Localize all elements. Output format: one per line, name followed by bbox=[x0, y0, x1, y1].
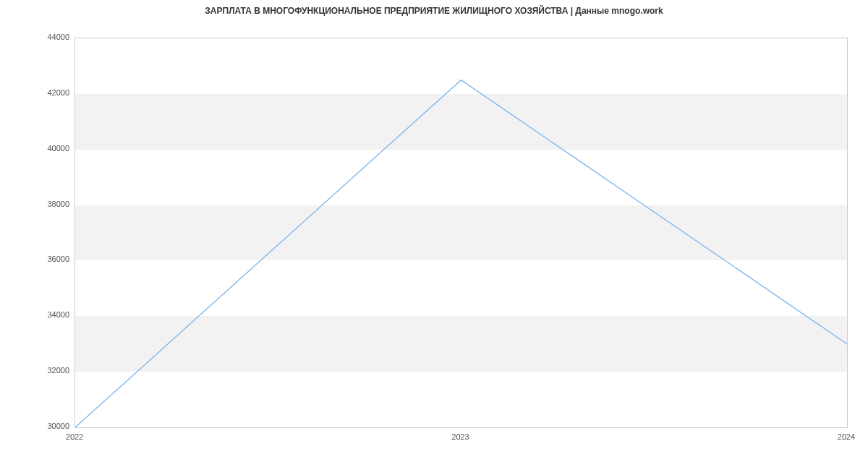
data-line bbox=[75, 38, 847, 427]
y-tick-label: 30000 bbox=[33, 422, 69, 430]
x-tick-label: 2023 bbox=[451, 432, 469, 441]
chart-container: ЗАРПЛАТА В МНОГОФУНКЦИОНАЛЬНОЕ ПРЕДПРИЯТ… bbox=[0, 0, 868, 470]
chart-title: ЗАРПЛАТА В МНОГОФУНКЦИОНАЛЬНОЕ ПРЕДПРИЯТ… bbox=[0, 6, 868, 16]
x-tick-label: 2022 bbox=[66, 432, 83, 441]
y-tick-label: 42000 bbox=[33, 88, 69, 97]
plot-area bbox=[75, 38, 848, 428]
y-tick-label: 40000 bbox=[33, 144, 69, 153]
y-tick-label: 34000 bbox=[33, 310, 69, 319]
x-tick-label: 2024 bbox=[838, 432, 855, 441]
y-tick-label: 32000 bbox=[33, 366, 69, 375]
y-tick-label: 38000 bbox=[33, 200, 69, 208]
y-tick-label: 44000 bbox=[33, 33, 69, 41]
y-tick-label: 36000 bbox=[33, 255, 69, 263]
